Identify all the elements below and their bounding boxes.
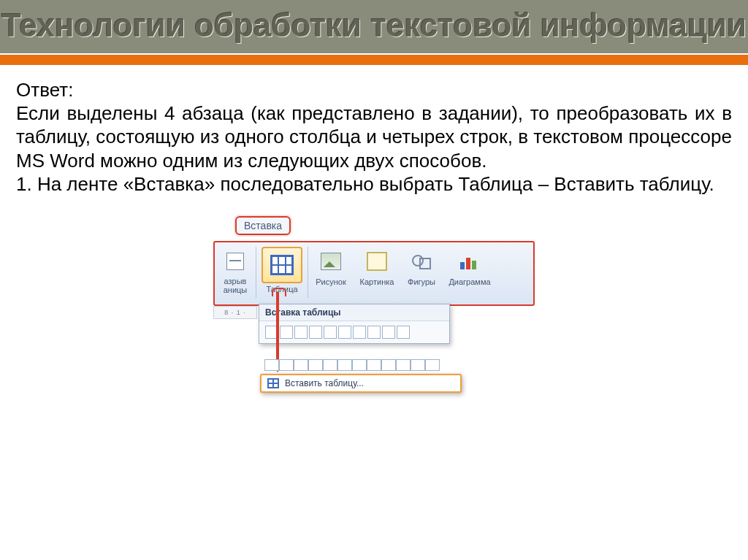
accent-bar (0, 53, 748, 66)
table-dropdown[interactable]: Вставка таблицы (259, 304, 450, 344)
table-size-grid-row2 (264, 359, 438, 371)
slide: Технологии обработки текстовой информаци… (0, 0, 748, 560)
mini-table-icon (267, 378, 279, 388)
slide-title: Технологии обработки текстовой информаци… (0, 7, 748, 45)
ribbon-group-picture[interactable]: Рисунок (308, 242, 354, 288)
ribbon-group-chart[interactable]: Диаграмма (443, 242, 497, 288)
picture-icon (316, 247, 346, 276)
ruler-fragment: 8 · 1 · (213, 306, 257, 319)
answer-label: Ответ: (16, 78, 732, 102)
clipart-label: Картинка (360, 277, 394, 286)
picture-label: Рисунок (316, 277, 346, 286)
pagebreak-label: азрыв аницы (224, 277, 248, 294)
ribbon-group-clipart[interactable]: Картинка (354, 242, 400, 288)
table-icon (270, 255, 294, 275)
answer-paragraph-1: Если выделены 4 абзаца (как представлено… (16, 101, 732, 172)
menu-insert-table-label: Вставить таблицу... (285, 378, 364, 388)
answer-paragraph-2: 1. На ленте «Вставка» последовательно вы… (16, 172, 732, 196)
shapes-icon (407, 247, 436, 276)
content-area: Ответ: Если выделены 4 абзаца (как предс… (0, 66, 748, 399)
dropdown-title: Вставка таблицы (259, 304, 449, 321)
word-ribbon-figure: Вставка азрыв аницы Таблица (213, 216, 535, 399)
ribbon-group-pagebreak[interactable]: азрыв аницы (215, 242, 256, 296)
chart-icon (455, 247, 484, 276)
shapes-label: Фигуры (408, 277, 435, 286)
pagebreak-icon (221, 247, 250, 276)
ribbon-group-shapes[interactable]: Фигуры (400, 242, 443, 288)
table-button[interactable] (262, 247, 302, 283)
ribbon-tab-insert[interactable]: Вставка (235, 216, 291, 235)
menu-insert-table[interactable]: Вставить таблицу... (260, 374, 462, 393)
ribbon: азрыв аницы Таблица Рисунок (213, 241, 535, 306)
table-size-grid[interactable] (259, 321, 449, 343)
chart-label: Диаграмма (449, 277, 490, 286)
title-block: Технологии обработки текстовой информаци… (0, 0, 748, 53)
clipart-icon (362, 247, 392, 276)
